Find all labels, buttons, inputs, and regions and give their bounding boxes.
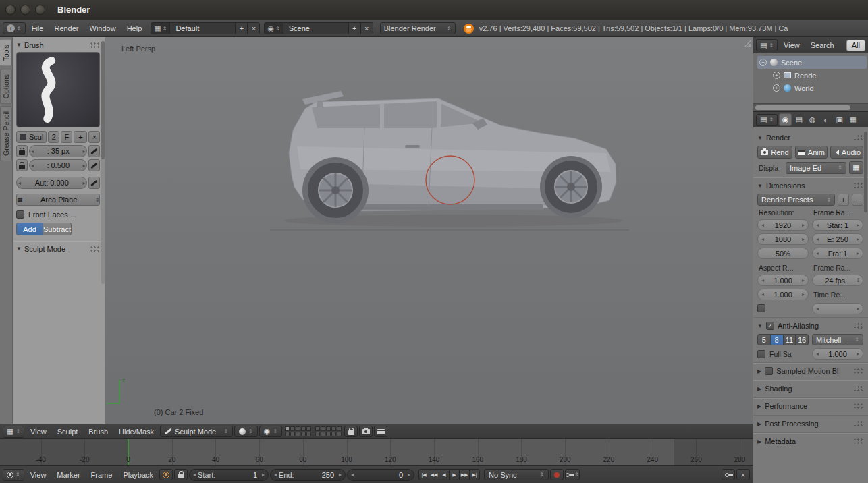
panel-drag-dots-icon[interactable] [853,134,863,141]
scene-layer-toggle[interactable] [301,432,306,436]
scene-layer-toggle[interactable] [315,432,320,436]
tl-menu-marker[interactable]: Marker [52,471,84,479]
performance-panel-header[interactable]: ▶ Performance [757,400,863,412]
scene-layer-toggle[interactable] [290,426,295,431]
screen-layout-browse-button[interactable]: ▦ ⇕ [151,23,170,34]
render-presets-dropdown[interactable]: Render Presets ⇕ [757,194,835,206]
outliner-menu-search[interactable]: Search [806,41,839,49]
menu-window[interactable]: Window [85,24,121,32]
radius-pressure-button[interactable] [88,145,100,157]
resolution-percentage-slider[interactable]: 50% [757,248,809,259]
scene-layer-toggle[interactable] [296,432,300,436]
window-minimize-button[interactable] [20,5,30,15]
front-faces-checkbox[interactable] [16,210,24,219]
render-still-button[interactable]: Rend [757,146,792,159]
opengl-render-anim-button[interactable] [374,426,387,437]
editor-type-outliner-button[interactable]: ▤ ⇕ [756,39,778,51]
play-reverse-button[interactable]: ◀ [439,469,450,480]
frame-end-field[interactable]: ◂ End: 250 ▸ [270,469,346,481]
outliner-item-scene[interactable]: − Scene [757,56,867,69]
vp-menu-brush[interactable]: Brush [84,428,113,436]
sculpt-mode-panel-header[interactable]: ▼ Sculpt Mode [16,243,100,254]
auto-keyframe-button[interactable] [550,469,564,480]
frame-start-field[interactable]: ◂Star: 1▸ [812,219,863,231]
brush-radius-slider[interactable]: ◂ : 35 px ▸ [29,145,87,157]
frame-step-field[interactable]: ◂Fra: 1▸ [812,248,863,259]
resolution-y-field[interactable]: ◂1080▸ [757,233,809,245]
panel-drag-dots-icon[interactable] [853,420,863,427]
scene-layer-toggle[interactable] [326,432,331,436]
editor-type-info-button[interactable]: i ⇕ [3,22,26,34]
tl-menu-view[interactable]: View [26,471,51,479]
shelf-tab-options[interactable]: Options [0,69,12,104]
metadata-panel-header[interactable]: ▶ Metadata [757,435,863,447]
menu-render[interactable]: Render [49,24,83,32]
outliner-item-render-layers[interactable]: + Rende [771,69,867,82]
opengl-render-button[interactable] [359,426,373,437]
brush-fake-user-button[interactable]: F [61,131,72,143]
keyframe-delete-button[interactable]: × [736,469,750,480]
scene-layer-toggle[interactable] [321,432,325,436]
viewport-shading-dropdown[interactable]: ⇕ [234,426,258,437]
timeline-ruler[interactable]: -40-200204060801001201401601802002202402… [0,438,753,465]
scene-layer-toggle[interactable] [315,426,320,431]
render-layers-tab-icon[interactable]: ▤ [792,113,805,126]
editor-type-timeline-button[interactable]: ⇕ [3,469,24,481]
brush-preview[interactable] [16,52,100,127]
panel-drag-dots-icon[interactable] [853,322,863,329]
editor-type-properties-button[interactable]: ▤ ⇕ [756,114,778,126]
window-close-button[interactable] [5,5,16,15]
strength-pressure-button[interactable] [88,159,100,171]
scene-layer-toggle[interactable] [331,432,336,436]
subtract-mode-button[interactable]: Subtract [43,223,72,235]
next-keyframe-button[interactable]: ▶▶ [459,469,470,480]
brush-unlink-button[interactable]: × [88,131,100,143]
shelf-tab-grease-pencil[interactable]: Grease Pencil [0,106,12,161]
collapse-icon[interactable]: − [759,59,767,66]
object-tab-icon[interactable]: ▣ [833,113,846,126]
window-maximize-button[interactable] [35,5,45,15]
lock-time-button[interactable] [174,469,188,480]
brush-name-field[interactable]: Scul [16,131,47,143]
menu-file[interactable]: File [27,24,49,32]
texture-tab-icon[interactable]: ▦ [846,113,859,126]
sampled-motion-blur-panel-header[interactable]: ▶ Sampled Motion Bl [757,365,863,377]
aspect-x-field[interactable]: ◂1.000▸ [757,275,809,286]
scene-layer-toggle[interactable] [331,426,336,431]
sampled-motion-blur-checkbox[interactable] [765,367,773,375]
outliner-menu-view[interactable]: View [779,41,805,49]
time-remap-stepper[interactable]: ◂▸ [812,303,863,314]
jump-to-start-button[interactable]: |◀ [418,469,429,480]
border-checkbox[interactable] [757,304,765,312]
screen-layout-add-button[interactable]: + [235,23,247,34]
scene-layer-toggle[interactable] [306,432,311,436]
scene-layer-toggle[interactable] [337,432,342,436]
preset-remove-button[interactable]: − [852,194,863,206]
scene-delete-button[interactable]: × [360,23,373,34]
brush-users-button[interactable]: 2 [48,131,59,143]
vp-menu-sculpt[interactable]: Sculpt [53,428,83,436]
anti-aliasing-checkbox[interactable]: ✓ [766,322,774,330]
panel-drag-dots-icon[interactable] [853,182,863,189]
render-engine-dropdown[interactable]: Blender Render ⇕ [380,22,456,34]
scene-layer-toggle[interactable] [321,426,325,431]
expand-icon[interactable]: + [773,72,780,79]
panel-drag-dots-icon[interactable] [90,246,100,252]
shelf-scrollbar-thumb[interactable] [101,41,105,159]
tl-menu-frame[interactable]: Frame [86,471,117,479]
outliner-display-filter-dropdown[interactable]: All [846,40,865,51]
frame-end-field[interactable]: ◂E: 250▸ [812,233,863,245]
vp-menu-hide-mask[interactable]: Hide/Mask [114,428,159,436]
display-mode-dropdown[interactable]: Image Ed ⇕ [786,162,846,174]
aa-samples-8-button[interactable]: 8 [770,334,784,345]
scene-layer-toggle[interactable] [290,432,295,436]
editor-type-3dview-button[interactable]: ▦ ⇕ [3,426,24,438]
sculpt-plane-dropdown[interactable]: ▦ Area Plane ⇕ [16,194,100,206]
brush-panel-header[interactable]: ▼ Brush [16,39,100,51]
scene-layer-toggle[interactable] [296,426,300,431]
scene-layer-toggle[interactable] [326,426,331,431]
play-button[interactable]: ▶ [449,469,460,480]
scene-add-button[interactable]: + [348,23,360,34]
vp-menu-view[interactable]: View [26,428,51,436]
aspect-y-field[interactable]: ◂1.000▸ [757,289,809,300]
